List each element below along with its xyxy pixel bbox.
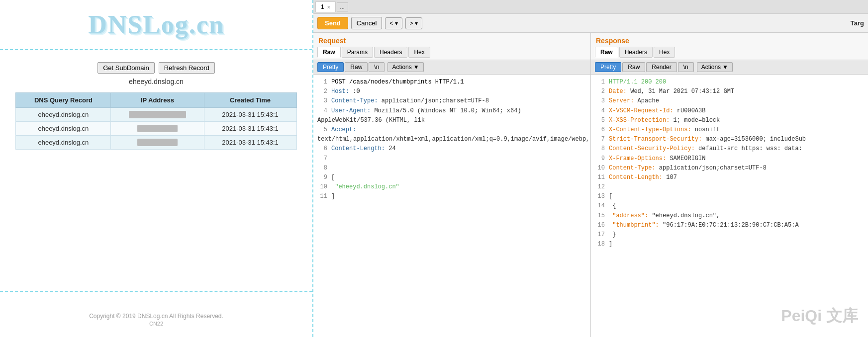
code-line: 4User-Agent: Mozilla/5.0 (Windows NT 10.… — [317, 106, 586, 125]
nav-back-button[interactable]: < ▾ — [385, 17, 402, 29]
record-cell: eheeyd.dnslog.cn — [16, 122, 111, 136]
line-number: 4 — [595, 106, 605, 116]
res-header-key: "thumbprint": — [609, 222, 659, 229]
req-tab-raw[interactable]: Raw — [317, 47, 341, 58]
code-line: 13[ — [595, 192, 864, 201]
code-line: 11Content-Length: 107 — [595, 173, 864, 182]
res-header-val: nosniff — [691, 126, 720, 133]
code-line: 8Content-Security-Policy: default-src ht… — [595, 144, 864, 154]
code-line: 10Content-Type: application/json;charset… — [595, 164, 864, 173]
tab-close-icon[interactable]: × — [327, 4, 330, 10]
res-header-key: Content-Length: — [609, 174, 663, 181]
code-line: 5X-XSS-Protection: 1; mode=block — [595, 116, 864, 125]
ip-cell: ██████.32 — [111, 122, 204, 136]
res-header-val: "eheeyd.dnslog.cn", — [648, 212, 720, 219]
left-panel: DNSLog.cn Get SubDomain Refresh Record e… — [0, 0, 313, 337]
json-bracket: [ — [331, 174, 335, 181]
req-actions-chevron-icon: ▼ — [413, 64, 419, 71]
line-number: 10 — [595, 164, 605, 173]
line-number: 8 — [317, 164, 327, 173]
code-line: 18] — [595, 240, 864, 249]
send-button[interactable]: Send — [317, 17, 348, 29]
response-panel: Response Raw Headers Hex Pretty Raw Rend… — [591, 33, 868, 337]
tab-1[interactable]: 1 × — [315, 1, 336, 12]
code-line: 9X-Frame-Options: SAMEORIGIN — [595, 154, 864, 164]
res-render-tab[interactable]: Render — [646, 62, 676, 72]
response-title: Response — [591, 33, 868, 47]
footer: Copyright © 2019 DNSLog.cn All Rights Re… — [89, 313, 223, 327]
code-line: 3Content-Type: application/json;charset=… — [317, 96, 586, 106]
line-number: 5 — [317, 125, 327, 135]
top-divider — [0, 49, 312, 50]
dns-table: DNS Query Record IP Address Created Time… — [15, 92, 296, 150]
res-pretty-tab[interactable]: Pretty — [595, 62, 621, 72]
footer-badge: CN22 — [149, 321, 163, 327]
code-line: 9[ — [317, 173, 586, 182]
code-line: 17 } — [595, 230, 864, 240]
ip-cell: ██████.43 — [111, 136, 204, 150]
line-number: 15 — [595, 211, 605, 221]
res-header-key: Strict-Transport-Security: — [609, 136, 702, 143]
header-key: Content-Length: — [331, 145, 385, 152]
table-row: eheeyd.dnslog.cn██████.322021-03-31 15:4… — [16, 122, 296, 136]
res-raw-tab[interactable]: Raw — [622, 62, 645, 72]
req-pretty-tab[interactable]: Pretty — [317, 62, 344, 72]
json-bracket: ] — [609, 241, 612, 248]
record-cell: eheeyd.dnslog.cn — [16, 136, 111, 150]
line-number: 11 — [317, 192, 327, 201]
line-number: 7 — [317, 154, 327, 164]
request-pretty-tabs: Pretty Raw \n Actions ▼ — [313, 60, 590, 75]
line-number: 17 — [595, 230, 605, 240]
col-header-ip: IP Address — [111, 93, 204, 108]
line-number: 9 — [317, 173, 327, 182]
line-number: 2 — [317, 87, 327, 96]
nav-fwd-button[interactable]: > ▾ — [405, 17, 422, 29]
line-number: 6 — [595, 125, 605, 135]
res-header-val: 107 — [663, 174, 677, 181]
line-number: 8 — [595, 144, 605, 154]
http-method: POST /casa/nodes/thumbprints HTTP/1.1 — [331, 79, 464, 85]
line-number: 2 — [595, 87, 605, 96]
line-number: 5 — [595, 116, 605, 125]
code-line: 10 "eheeyd.dnslog.cn" — [317, 182, 586, 192]
res-header-key: Date: — [609, 88, 627, 95]
cancel-button[interactable]: Cancel — [351, 17, 382, 29]
req-raw-tab[interactable]: Raw — [345, 62, 368, 72]
res-header-key: X-XSS-Protection: — [609, 117, 670, 124]
response-code-area[interactable]: 1HTTP/1.1 200 2002Date: Wed, 31 Mar 2021… — [591, 75, 868, 337]
res-ln-tab[interactable]: \n — [678, 62, 694, 72]
code-line: 1HTTP/1.1 200 200 — [595, 78, 864, 87]
tab-more-button[interactable]: ... — [337, 2, 348, 11]
req-tab-params[interactable]: Params — [342, 47, 373, 58]
req-ln-tab[interactable]: \n — [369, 62, 385, 72]
json-bracket: [ — [609, 193, 612, 200]
status-line: HTTP/1.1 200 200 — [609, 79, 666, 85]
get-subdomain-button[interactable]: Get SubDomain — [97, 62, 155, 74]
code-line: 3Server: Apache — [595, 96, 864, 106]
res-actions-button[interactable]: Actions ▼ — [697, 62, 733, 72]
panels-row: Request Raw Params Headers Hex Pretty Ra… — [313, 33, 868, 337]
res-tab-raw[interactable]: Raw — [595, 47, 618, 58]
code-line: 2Host: :0 — [317, 87, 586, 96]
req-actions-label: Actions — [392, 64, 411, 71]
req-actions-button[interactable]: Actions ▼ — [387, 62, 423, 72]
code-line: 1POST /casa/nodes/thumbprints HTTP/1.1 — [317, 78, 586, 87]
request-code-area[interactable]: 1POST /casa/nodes/thumbprints HTTP/1.12H… — [313, 75, 590, 337]
line-number: 4 — [317, 106, 327, 116]
code-line: 15 "address": "eheeyd.dnslog.cn", — [595, 211, 864, 221]
req-tab-headers[interactable]: Headers — [374, 47, 407, 58]
time-cell: 2021-03-31 15:43:1 — [204, 122, 296, 136]
col-header-record: DNS Query Record — [16, 93, 111, 108]
refresh-record-button[interactable]: Refresh Record — [159, 62, 215, 74]
ip-cell: ██.███.███.114 — [111, 108, 204, 122]
res-tab-headers[interactable]: Headers — [619, 47, 653, 58]
line-number: 12 — [595, 182, 605, 192]
response-pretty-tabs: Pretty Raw Render \n Actions ▼ — [591, 60, 868, 75]
line-number: 6 — [317, 144, 327, 154]
res-header-key: X-VSCM-Request-Id: — [609, 107, 674, 114]
res-header-key: Server: — [609, 97, 634, 104]
req-tab-hex[interactable]: Hex — [408, 47, 430, 58]
res-tab-hex[interactable]: Hex — [654, 47, 675, 58]
code-line: 12 — [595, 182, 864, 192]
code-line: 7Strict-Transport-Security: max-age=3153… — [595, 135, 864, 144]
